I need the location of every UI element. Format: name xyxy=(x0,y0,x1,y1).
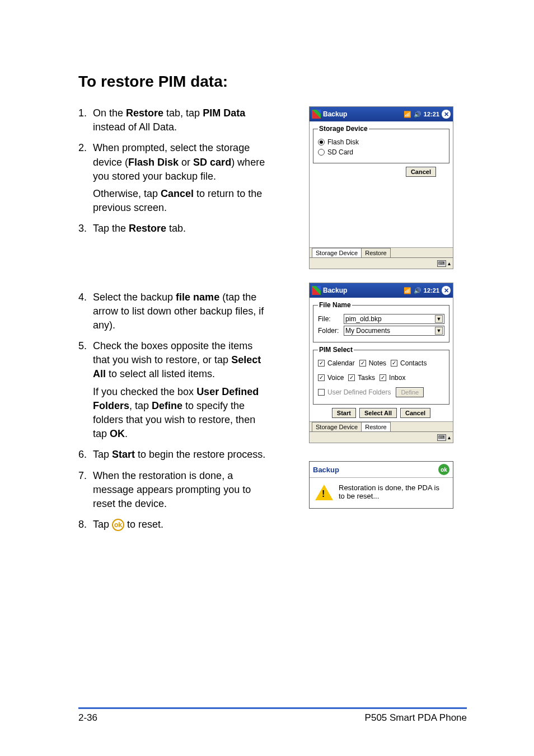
ok-button[interactable]: ok xyxy=(438,464,449,475)
chevron-down-icon[interactable]: ▼ xyxy=(435,315,443,323)
dialog-title: Backup xyxy=(313,466,339,474)
checkbox-icon xyxy=(380,374,386,381)
input-panel-arrow-icon[interactable]: ▴ xyxy=(448,260,451,266)
chevron-down-icon[interactable]: ▼ xyxy=(435,327,443,335)
radio-sd-card[interactable]: SD Card xyxy=(318,148,444,156)
radio-label: Flash Disk xyxy=(327,138,359,146)
checkbox-inbox[interactable]: Inbox xyxy=(380,374,405,382)
text-run: Flash Disk xyxy=(128,157,179,168)
tab-storage-device[interactable]: Storage Device xyxy=(312,248,362,257)
cancel-button[interactable]: Cancel xyxy=(400,408,430,418)
step-item: 2.When prompted, select the storage devi… xyxy=(78,141,269,215)
checkbox-notes[interactable]: Notes xyxy=(359,359,386,367)
checkbox-tasks[interactable]: Tasks xyxy=(348,374,375,382)
text-run: If you checked the box xyxy=(93,386,196,397)
pda-titlebar: Backup 12:21 ✕ xyxy=(310,107,453,121)
warning-icon xyxy=(315,485,333,500)
steps-list: 1.On the Restore tab, tap PIM Data inste… xyxy=(78,106,269,532)
start-button[interactable]: Start xyxy=(332,408,356,418)
radio-flash-disk[interactable]: Flash Disk xyxy=(318,138,444,146)
close-icon[interactable]: ✕ xyxy=(442,110,451,119)
step-number: 8. xyxy=(78,518,93,532)
step-number: 2. xyxy=(78,141,93,215)
tab-restore[interactable]: Restore xyxy=(361,248,391,257)
app-title: Backup xyxy=(323,287,401,294)
file-label: File: xyxy=(318,315,340,323)
file-name-group: File Name File: pim_old.bkp ▼ Folder: My… xyxy=(313,301,449,342)
file-combo[interactable]: pim_old.bkp ▼ xyxy=(344,314,444,324)
step-number: 1. xyxy=(78,106,93,134)
checkbox-icon xyxy=(318,374,325,381)
signal-icon xyxy=(404,110,411,118)
chk-label: Inbox xyxy=(389,374,405,382)
checkbox-voice[interactable]: Voice xyxy=(318,374,344,382)
chk-label: Tasks xyxy=(358,374,375,382)
step-body: When prompted, select the storage device… xyxy=(93,141,269,215)
checkbox-icon xyxy=(359,360,366,367)
checkbox-calendar[interactable]: Calendar xyxy=(318,359,355,367)
volume-icon xyxy=(414,110,421,118)
checkbox-user-defined-folders[interactable] xyxy=(318,389,325,396)
clock: 12:21 xyxy=(424,287,439,294)
text-run: OK xyxy=(110,428,125,439)
text-run: Start xyxy=(112,449,135,460)
step-body: Tap ok to reset. xyxy=(93,518,269,532)
checkbox-contacts[interactable]: Contacts xyxy=(391,359,427,367)
input-panel-arrow-icon[interactable]: ▴ xyxy=(448,434,451,440)
checkbox-icon xyxy=(391,360,397,367)
chk-label: Calendar xyxy=(327,359,355,367)
folder-value: My Documents xyxy=(345,327,390,335)
text-run: Tap xyxy=(93,449,112,460)
text-run: Tap xyxy=(93,519,112,530)
volume-icon xyxy=(414,287,421,294)
step-item: 4.Select the backup file name (tap the a… xyxy=(78,290,269,333)
chk-label: Contacts xyxy=(400,359,427,367)
pda-titlebar: Backup 12:21 ✕ xyxy=(310,283,453,298)
close-icon[interactable]: ✕ xyxy=(442,286,451,295)
text-run: , tap xyxy=(129,400,152,411)
text-run: Tap the xyxy=(93,223,129,234)
text-run: Otherwise, tap xyxy=(93,188,161,199)
define-button[interactable]: Define xyxy=(396,387,424,397)
text-run: Define xyxy=(152,400,182,411)
step-item: 3.Tap the Restore tab. xyxy=(78,222,269,236)
step-number: 5. xyxy=(78,339,93,441)
screenshot-storage-device: Backup 12:21 ✕ Storage Device Flash Disk… xyxy=(309,106,453,269)
folder-combo[interactable]: My Documents ▼ xyxy=(344,326,444,336)
step-item: 5.Check the boxes opposite the items tha… xyxy=(78,339,269,441)
storage-device-legend: Storage Device xyxy=(318,125,369,133)
page-number: 2-36 xyxy=(78,712,97,724)
udf-label: User Defined Folders xyxy=(327,388,391,396)
text-run: or xyxy=(179,157,193,168)
tab-storage-device[interactable]: Storage Device xyxy=(312,422,362,431)
start-flag-icon[interactable] xyxy=(312,286,321,295)
select-all-button[interactable]: Select All xyxy=(359,408,397,418)
cancel-button[interactable]: Cancel xyxy=(406,167,436,177)
step-number: 4. xyxy=(78,290,93,333)
text-run: On the xyxy=(93,107,126,119)
dialog-restoration-done: Backup ok Restoration is done, the PDA i… xyxy=(309,461,453,509)
tab-restore[interactable]: Restore xyxy=(361,422,391,431)
text-run: tab, tap xyxy=(163,107,203,119)
text-run: . xyxy=(125,428,128,439)
keyboard-icon[interactable]: ⌨ xyxy=(437,260,446,267)
keyboard-icon[interactable]: ⌨ xyxy=(437,434,446,441)
pim-select-group: PIM Select Calendar Notes Contacts Voice… xyxy=(313,346,449,405)
step-item: 1.On the Restore tab, tap PIM Data inste… xyxy=(78,106,269,134)
step-item: 7.When the restoration is done, a messag… xyxy=(78,469,269,511)
pim-select-legend: PIM Select xyxy=(318,346,354,354)
section-heading: To restore PIM data: xyxy=(78,73,467,91)
checkbox-icon xyxy=(348,374,355,381)
start-flag-icon[interactable] xyxy=(312,110,321,119)
chk-label: Voice xyxy=(327,374,344,382)
step-body: Tap the Restore tab. xyxy=(93,222,269,236)
text-run: When the restoration is done, a message … xyxy=(93,470,251,509)
text-run: Restore xyxy=(129,223,166,234)
step-body: Tap Start to begin the restore process. xyxy=(93,448,269,462)
product-name: P505 Smart PDA Phone xyxy=(365,712,467,724)
clock: 12:21 xyxy=(424,111,439,118)
file-value: pim_old.bkp xyxy=(345,315,382,323)
screenshot-restore-pim: Backup 12:21 ✕ File Name File: pim_old.b… xyxy=(309,283,453,443)
app-title: Backup xyxy=(323,110,401,118)
step-body: When the restoration is done, a message … xyxy=(93,469,269,511)
